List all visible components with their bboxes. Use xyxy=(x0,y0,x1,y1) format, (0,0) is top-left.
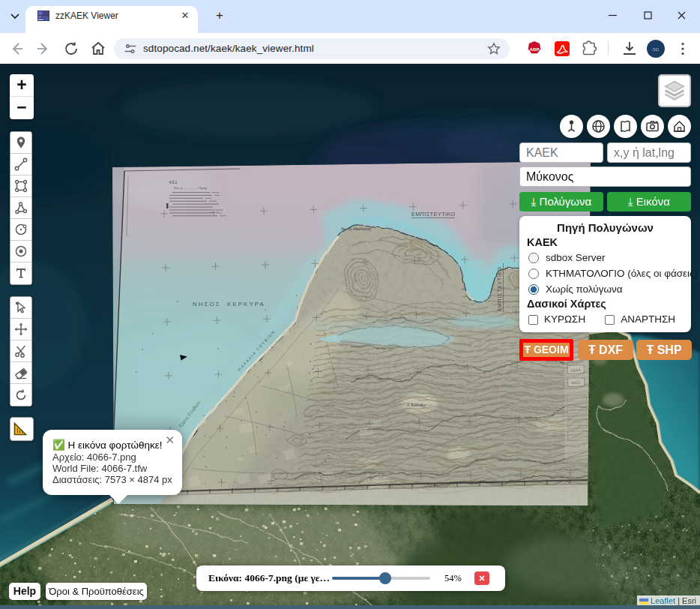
svg-text:40C2: 40C2 xyxy=(572,380,581,385)
svg-text:ABP: ABP xyxy=(529,46,539,52)
svg-text:CELA: CELA xyxy=(571,368,582,372)
svg-text:Λ. Καλλιθέα: Λ. Καλλιθέα xyxy=(407,403,426,407)
svg-text:ΕΜΠΙΣΤΕΥΤΙΚΟ: ΕΜΠΙΣΤΕΥΤΙΚΟ xyxy=(497,266,502,311)
svg-text:ΕΜΠΙΣΤΕΥΤΙΚΟ: ΕΜΠΙΣΤΕΥΤΙΚΟ xyxy=(411,212,456,217)
svg-text:Ακ. Αγ. Αικατερίνη: Ακ. Αγ. Αικατερίνη xyxy=(341,226,371,231)
svg-text:4.5.2: 4.5.2 xyxy=(169,181,178,184)
svg-text:ΝΗΣΟΣ ΚΕΡΚΥΡΑ: ΝΗΣΟΣ ΚΕΡΚΥΡΑ xyxy=(193,301,265,308)
svg-text:SD: SD xyxy=(653,47,660,52)
svg-text:Καν. α……. ……… Προγρ.: Καν. α……. ……… Προγρ. xyxy=(174,187,208,190)
